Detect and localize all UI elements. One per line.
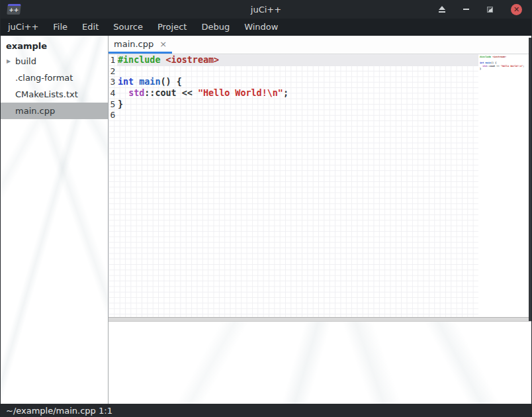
terminal-panel[interactable] bbox=[109, 322, 531, 404]
menu-item-source[interactable]: Source bbox=[106, 19, 150, 36]
tree-item-label: build bbox=[15, 56, 36, 66]
line-number: 6 bbox=[109, 110, 117, 121]
window-controls: ✕ bbox=[439, 0, 522, 19]
tree-item-build[interactable]: ▶build bbox=[1, 53, 108, 70]
close-button[interactable]: ✕ bbox=[511, 4, 522, 15]
code-line-3[interactable]: 3int main() { bbox=[109, 77, 478, 88]
expander-icon[interactable]: ▶ bbox=[1, 58, 15, 64]
line-number: 4 bbox=[109, 88, 117, 99]
restore-button[interactable] bbox=[487, 7, 493, 13]
code-line-1[interactable]: 1#include <iostream> bbox=[109, 55, 478, 66]
status-file-position: ~/example/main.cpp 1:1 bbox=[6, 406, 112, 416]
tree-item-label: main.cpp bbox=[15, 106, 55, 116]
code-line-text bbox=[117, 110, 118, 121]
code-line-2[interactable]: 2 bbox=[109, 66, 478, 77]
code-line-4[interactable]: 4 std::cout << "Hello World!\n"; bbox=[109, 88, 478, 99]
vertical-scrollbar[interactable] bbox=[529, 38, 531, 321]
line-number: 3 bbox=[109, 77, 117, 88]
code-lines: 1#include <iostream>23int main() {4 std:… bbox=[109, 55, 478, 121]
tree-item-clang-format[interactable]: .clang-format bbox=[1, 70, 108, 86]
menu-item-juci[interactable]: juCi++ bbox=[1, 19, 46, 36]
statusbar: ~/example/main.cpp 1:1 bbox=[1, 404, 531, 417]
editor-panel: main.cpp × 1#include <iostream>23int mai… bbox=[109, 36, 531, 404]
main-area: example ▶build.clang-formatCMakeLists.tx… bbox=[1, 36, 531, 404]
project-root-label[interactable]: example bbox=[1, 36, 108, 53]
code-line-text: int main() { bbox=[117, 77, 182, 88]
line-number: 5 bbox=[109, 99, 117, 111]
file-tree: ▶build.clang-formatCMakeLists.txtmain.cp… bbox=[1, 53, 108, 119]
minimize-button[interactable] bbox=[463, 9, 469, 10]
menu-item-edit[interactable]: Edit bbox=[75, 19, 106, 36]
menu-item-file[interactable]: File bbox=[46, 19, 75, 36]
shade-button[interactable] bbox=[439, 6, 445, 13]
code-line-text: std::cout << "Hello World!\n"; bbox=[117, 88, 288, 99]
code-line-text bbox=[117, 66, 118, 77]
minimap-line: std::cout << "Hello World!\n"; bbox=[480, 65, 531, 68]
code-line-5[interactable]: 5} bbox=[109, 99, 478, 111]
app-window: ++ juCi++ ✕ juCi++FileEditSourceProjectD… bbox=[0, 0, 532, 417]
tree-item-cmakelists-txt[interactable]: CMakeLists.txt bbox=[1, 86, 108, 103]
file-tree-panel: example ▶build.clang-formatCMakeLists.tx… bbox=[1, 36, 109, 404]
editor-terminal-divider[interactable] bbox=[109, 317, 531, 322]
tab-label: main.cpp bbox=[114, 39, 154, 49]
code-editor[interactable]: 1#include <iostream>23int main() {4 std:… bbox=[109, 54, 531, 317]
tree-item-label: .clang-format bbox=[15, 73, 73, 83]
tab-close-icon[interactable]: × bbox=[159, 40, 167, 48]
menu-item-project[interactable]: Project bbox=[150, 19, 194, 36]
tabbar: main.cpp × bbox=[109, 36, 531, 54]
menu-item-window[interactable]: Window bbox=[237, 19, 285, 36]
minimap[interactable]: #include <iostream> int main() { std::co… bbox=[478, 54, 531, 317]
code-line-text: } bbox=[117, 99, 123, 111]
tab-main-cpp[interactable]: main.cpp × bbox=[109, 36, 172, 54]
menubar: juCi++FileEditSourceProjectDebugWindow bbox=[1, 19, 531, 36]
tree-item-main-cpp[interactable]: main.cpp bbox=[1, 103, 108, 119]
minimize-icon bbox=[463, 9, 469, 10]
line-number: 2 bbox=[109, 66, 117, 77]
restore-icon bbox=[487, 7, 493, 13]
code-line-6[interactable]: 6 bbox=[109, 110, 478, 121]
minimap-line bbox=[480, 71, 531, 74]
tree-item-label: CMakeLists.txt bbox=[15, 89, 78, 99]
titlebar: ++ juCi++ ✕ bbox=[1, 0, 531, 19]
line-number: 1 bbox=[109, 55, 117, 66]
menu-item-debug[interactable]: Debug bbox=[194, 19, 237, 36]
shade-icon bbox=[439, 6, 445, 10]
code-line-text: #include <iostream> bbox=[117, 55, 219, 66]
